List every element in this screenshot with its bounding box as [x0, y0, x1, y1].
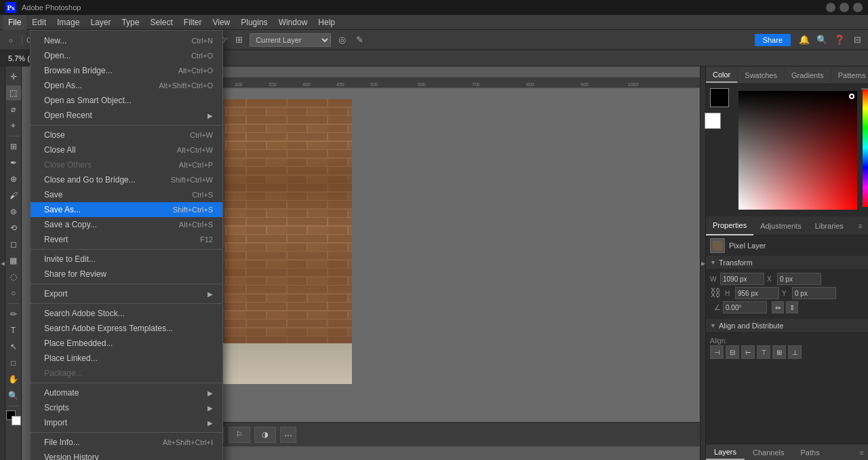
tab-patterns[interactable]: Patterns	[831, 69, 868, 82]
search-icon[interactable]: 🔍	[815, 33, 829, 47]
magic-wand-tool[interactable]: ⌖	[6, 118, 21, 133]
chain-constraint[interactable]: ⛓	[710, 287, 722, 299]
menu-item-place-embedded[interactable]: Place Embedded...	[31, 336, 222, 351]
flip-v-button[interactable]: ⇕	[786, 301, 798, 313]
menu-plugins[interactable]: Plugins	[235, 15, 273, 30]
menu-item-import[interactable]: Import ▶	[31, 415, 222, 430]
align-left-btn[interactable]: ⊣	[710, 345, 724, 359]
background-color[interactable]	[12, 416, 21, 425]
menu-image[interactable]: Image	[52, 15, 85, 30]
background-swatch[interactable]	[705, 113, 721, 129]
heal-tool[interactable]: ⊕	[6, 172, 21, 187]
left-collapse-handle[interactable]: ◀	[0, 66, 5, 460]
menu-item-invite[interactable]: Invite to Edit...	[31, 252, 222, 267]
menu-item-save-as[interactable]: Save As... Shift+Ctrl+S	[31, 202, 222, 217]
menu-file[interactable]: File	[3, 15, 26, 30]
align-center-h-btn[interactable]: ⊟	[726, 345, 739, 359]
angle-input[interactable]	[723, 301, 767, 313]
tool-preset-icon[interactable]: ⬦	[4, 33, 18, 47]
maximize-button[interactable]	[840, 3, 849, 12]
clone-tool[interactable]: ⊚	[6, 204, 21, 219]
menu-item-version-history[interactable]: Version History	[31, 450, 222, 460]
menu-item-open[interactable]: Open... Ctrl+O	[31, 48, 222, 63]
tab-paths[interactable]: Paths	[793, 446, 828, 459]
tab-adjustments[interactable]: Adjustments	[753, 216, 808, 235]
menu-item-close[interactable]: Close Ctrl+W	[31, 128, 222, 142]
close-button[interactable]	[853, 3, 863, 12]
menu-item-file-info[interactable]: File Info... Alt+Shift+Ctrl+I	[31, 435, 222, 450]
menu-item-search-express[interactable]: Search Adobe Express Templates...	[31, 321, 222, 336]
move-tool[interactable]: ✛	[6, 69, 21, 84]
menu-item-close-bridge[interactable]: Close and Go to Bridge... Shift+Ctrl+W	[31, 172, 222, 187]
mask-button[interactable]: ◑	[254, 427, 276, 443]
menu-select[interactable]: Select	[144, 15, 178, 30]
menu-item-export[interactable]: Export ▶	[31, 286, 222, 301]
tab-libraries[interactable]: Libraries	[808, 216, 850, 235]
tab-swatches[interactable]: Swatches	[738, 69, 785, 82]
eraser-tool[interactable]: ◻	[6, 237, 21, 252]
brush-tool[interactable]: 🖌	[6, 188, 21, 203]
color-picker-gradient[interactable]	[738, 91, 857, 210]
menu-item-search-stock[interactable]: Search Adobe Stock...	[31, 306, 222, 321]
menu-item-browse-bridge[interactable]: Browse in Bridge... Alt+Ctrl+O	[31, 63, 222, 78]
tab-channels[interactable]: Channels	[745, 446, 792, 459]
notification-icon[interactable]: 🔔	[797, 33, 811, 47]
align-right-btn[interactable]: ⊢	[741, 345, 755, 359]
tab-color[interactable]: Color	[706, 68, 738, 83]
eyedropper-tool[interactable]: ✒	[6, 155, 21, 170]
menu-type[interactable]: Type	[116, 15, 144, 30]
blur-tool[interactable]: ◌	[6, 269, 21, 284]
menu-window[interactable]: Window	[273, 15, 313, 30]
menu-item-open-recent[interactable]: Open Recent ▶	[31, 108, 222, 123]
menu-view[interactable]: View	[207, 15, 235, 30]
layer-select[interactable]: Current Layer	[250, 33, 331, 47]
tab-gradients[interactable]: Gradients	[785, 69, 831, 82]
select-tool[interactable]: ⬚	[6, 85, 21, 100]
pen-tool[interactable]: ✏	[6, 307, 21, 322]
menu-item-revert[interactable]: Revert F12	[31, 232, 222, 247]
help-icon[interactable]: ❓	[833, 33, 846, 47]
align-section-header[interactable]: ▼ Align and Distribute	[706, 319, 868, 333]
gradient-tool[interactable]: ▦	[6, 253, 21, 268]
menu-item-share-review[interactable]: Share for Review	[31, 267, 222, 282]
options-icon[interactable]: ✎	[353, 33, 366, 47]
menu-item-new[interactable]: New... Ctrl+N	[31, 33, 222, 48]
menu-item-automate[interactable]: Automate ▶	[31, 385, 222, 400]
menu-item-save-copy[interactable]: Save a Copy... Alt+Ctrl+S	[31, 217, 222, 232]
x-input[interactable]	[777, 273, 821, 285]
menu-item-close-all[interactable]: Close All Alt+Ctrl+W	[31, 142, 222, 157]
y-input[interactable]	[792, 287, 836, 299]
tab-properties[interactable]: Properties	[706, 216, 753, 235]
flip-h-button[interactable]: ⇔	[772, 301, 784, 313]
path-select-tool[interactable]: ↖	[6, 339, 21, 354]
align-bottom-btn[interactable]: ⊥	[788, 345, 802, 359]
type-tool[interactable]: T	[6, 323, 21, 338]
shape-tool[interactable]: □	[6, 356, 21, 370]
zoom-tool[interactable]: 🔍	[6, 388, 21, 403]
align-center-v-btn[interactable]: ⊞	[772, 345, 786, 359]
menu-item-save[interactable]: Save Ctrl+S	[31, 187, 222, 202]
history-brush-tool[interactable]: ⟲	[6, 221, 21, 235]
menu-filter[interactable]: Filter	[178, 15, 208, 30]
menu-edit[interactable]: Edit	[26, 15, 52, 30]
width-input[interactable]	[720, 273, 764, 285]
menu-item-open-smart[interactable]: Open as Smart Object...	[31, 93, 222, 108]
crop-tool[interactable]: ⊞	[6, 139, 21, 154]
transform-section-header[interactable]: ▼ Transform	[706, 256, 868, 270]
props-panel-collapse[interactable]: ≡	[853, 219, 868, 233]
share-button[interactable]: Share	[755, 34, 791, 46]
tab-layers[interactable]: Layers	[706, 445, 745, 460]
brush-settings-icon[interactable]: ⊞	[232, 33, 245, 47]
align-top-btn[interactable]: ⊤	[757, 345, 770, 359]
foreground-swatch[interactable]	[710, 88, 729, 107]
menu-help[interactable]: Help	[313, 15, 340, 30]
workspace-icon[interactable]: ⊟	[850, 33, 864, 47]
flag-button[interactable]: ⚐	[229, 427, 250, 443]
minimize-button[interactable]	[826, 3, 835, 12]
height-input[interactable]	[735, 287, 779, 299]
lasso-tool[interactable]: ⌀	[6, 102, 21, 117]
hand-tool[interactable]: ✋	[6, 372, 21, 387]
bottom-panel-collapse[interactable]: ≡	[856, 446, 868, 459]
menu-item-open-as[interactable]: Open As... Alt+Shift+Ctrl+O	[31, 78, 222, 93]
more-actions-button[interactable]: ···	[280, 427, 296, 443]
